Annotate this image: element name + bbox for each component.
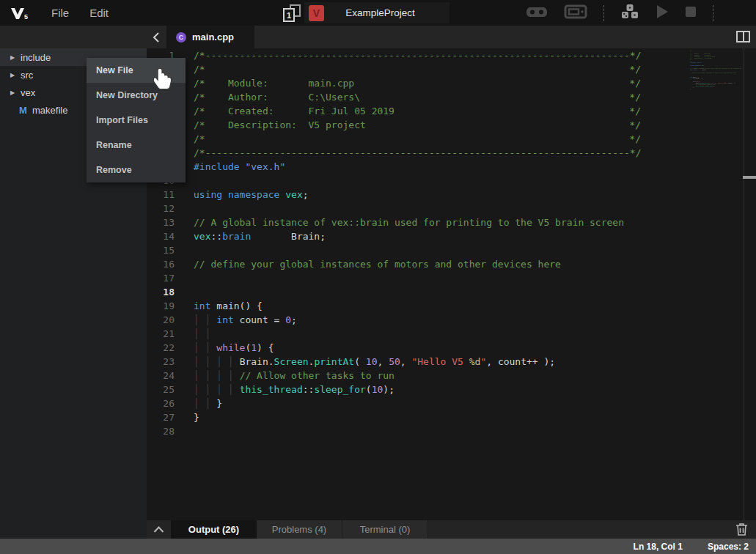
play-icon[interactable] [656,4,669,22]
collapse-chevron-icon[interactable] [147,520,171,539]
code-line: │ │ while(1) { [194,341,642,355]
code-line: /* Module: main.cpp*/ [194,76,642,90]
line-number: 18 [147,285,175,299]
code-line: int main() { [194,299,642,313]
code-line: │ │ │ │ this_thread::sleep_for(10); [194,383,642,396]
tab-label: main.cpp [192,32,234,43]
line-number: 13 [147,215,175,229]
code-content[interactable]: /*--------------------------------------… [690,50,741,91]
line-number: 14 [147,229,175,243]
panel-tab-output[interactable]: Output (26) [171,520,257,539]
brain-icon[interactable] [564,4,587,22]
code-line [194,424,642,438]
cpp-file-icon: C [176,32,186,43]
tree-item-label: vex [21,87,35,98]
line-number: 23 [147,355,175,369]
context-menu-item-remove[interactable]: Remove [87,158,186,182]
code-line: │ │ │ │ Brain.Screen.printAt( 10, 50, "H… [194,355,642,369]
folder-chevron-icon: ▶ [10,89,21,96]
code-line: /* Created: Fri Jul 05 2019*/ [194,104,642,118]
controller-icon[interactable] [526,5,548,21]
download-icon[interactable] [620,4,639,23]
code-line: /* Author: C:\Users\*/ [194,90,642,104]
code-line [194,271,642,285]
code-line [194,174,642,188]
indentation-setting[interactable]: Spaces: 2 [708,542,749,552]
line-number: 19 [147,299,175,313]
code-line: /* Description: V5 project*/ [194,118,642,132]
trash-icon[interactable] [735,522,749,537]
code-line [194,202,642,215]
code-line: │ │ } [194,396,642,410]
tab-main-cpp[interactable]: C main.cpp [166,26,254,48]
scrollbar-thumb[interactable] [743,176,756,179]
vexcode-window: 5 File Edit 1 V ExampleProject [0,0,756,554]
code-line: vex::brain Brain; [194,229,642,243]
toolbar-separator [603,5,604,21]
slot-button[interactable]: 1 [283,4,301,22]
line-number: 27 [147,410,175,424]
minimap[interactable]: /*--------------------------------------… [684,50,741,270]
folder-chevron-icon: ▶ [10,54,21,61]
line-number: 28 [147,424,175,438]
cursor-position[interactable]: Ln 18, Col 1 [634,542,683,552]
code-line: /**/ [194,132,642,146]
hand-cursor-icon [154,68,173,93]
minimap-divider [744,48,744,520]
code-line: /**/ [194,62,642,76]
code-line: /*--------------------------------------… [194,146,642,160]
code-line: │ │ │ │ // Allow other tasks to run [194,369,642,383]
bottom-panel-bar: Output (26)Problems (4)Terminal (0) [147,520,756,539]
menu-file[interactable]: File [51,7,69,19]
line-number: 21 [147,327,175,341]
context-menu-item-import-files[interactable]: Import Files [87,108,186,133]
line-number: 24 [147,369,175,383]
toolbar-separator [713,5,713,21]
code-line: using namespace vex; [194,188,642,202]
code-line [194,243,642,257]
panel-tab-terminal[interactable]: Terminal (0) [342,520,428,539]
folder-chevron-icon: ▶ [10,72,21,78]
context-menu-item-rename[interactable]: Rename [87,133,186,158]
editor-tab-strip: C main.cpp [0,26,756,48]
project-name: ExampleProject [324,7,449,18]
line-number: 20 [147,313,175,327]
code-line: │ │ int count = 0; [194,313,642,327]
tree-item-label: src [21,70,33,81]
code-line: } [194,410,642,424]
vex-brain-badge-icon: V [309,5,324,21]
line-number: 12 [147,202,175,215]
line-number: 15 [147,243,175,257]
line-number: 17 [147,271,175,285]
code-line: /*--------------------------------------… [194,48,642,62]
slot-number: 1 [283,8,295,22]
panel-tab-problems[interactable]: Problems (4) [257,520,342,539]
tree-item-label: makefile [32,105,67,116]
tree-item-label: include [21,52,51,63]
line-number: 11 [147,188,175,202]
menu-edit[interactable]: Edit [89,7,109,19]
line-number: 16 [147,257,175,271]
code-line: // A global instance of vex::brain used … [194,215,642,229]
code-line: │ │ [194,327,642,341]
top-bar: 5 File Edit 1 V ExampleProject [0,0,756,26]
svg-text:5: 5 [24,13,28,21]
vex-logo: 5 [9,5,31,21]
code-editor[interactable]: 1234567891011121314151617181920212223242… [147,48,756,520]
project-name-button[interactable]: V ExampleProject [304,2,449,23]
code-line [690,89,741,91]
stop-icon[interactable] [685,6,697,21]
code-content[interactable]: /*--------------------------------------… [194,48,642,438]
code-line: #include "vex.h" [194,160,642,174]
code-line [194,285,642,299]
makefile-icon: M [19,105,29,116]
split-editor-icon[interactable] [736,31,750,43]
back-chevron-icon[interactable] [150,31,162,43]
line-number: 26 [147,396,175,410]
status-bar: Ln 18, Col 1 Spaces: 2 [0,539,756,554]
line-number: 25 [147,383,175,396]
device-toolbar [526,0,756,26]
code-line: // define your global instances of motor… [194,257,642,271]
line-number: 22 [147,341,175,355]
